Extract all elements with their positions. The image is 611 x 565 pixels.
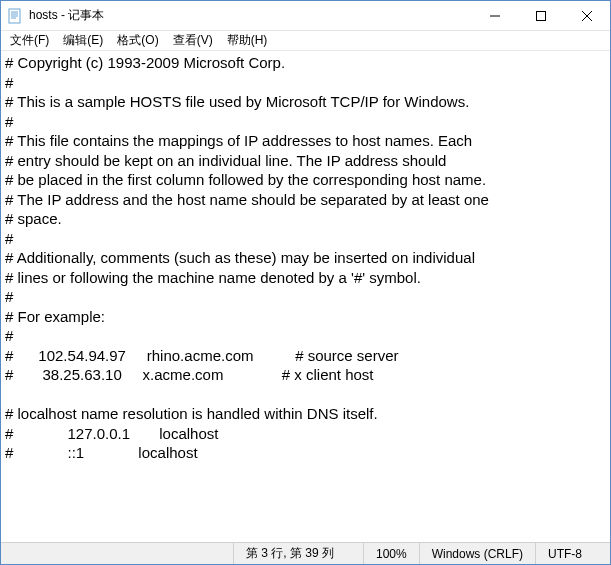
app-icon: [7, 8, 23, 24]
menu-help[interactable]: 帮助(H): [220, 30, 275, 51]
status-lineending: Windows (CRLF): [419, 543, 535, 564]
svg-rect-6: [537, 11, 546, 20]
maximize-button[interactable]: [518, 1, 564, 31]
text-editor-area[interactable]: # Copyright (c) 1993-2009 Microsoft Corp…: [1, 51, 610, 542]
menubar: 文件(F) 编辑(E) 格式(O) 查看(V) 帮助(H): [1, 31, 610, 51]
window-title: hosts - 记事本: [29, 7, 104, 24]
titlebar[interactable]: hosts - 记事本: [1, 1, 610, 31]
status-encoding: UTF-8: [535, 543, 610, 564]
status-cursor: 第 3 行, 第 39 列: [233, 543, 363, 564]
statusbar: 第 3 行, 第 39 列 100% Windows (CRLF) UTF-8: [1, 542, 610, 564]
menu-edit[interactable]: 编辑(E): [56, 30, 110, 51]
menu-view[interactable]: 查看(V): [166, 30, 220, 51]
menu-file[interactable]: 文件(F): [3, 30, 56, 51]
minimize-button[interactable]: [472, 1, 518, 31]
close-button[interactable]: [564, 1, 610, 31]
status-zoom: 100%: [363, 543, 419, 564]
menu-format[interactable]: 格式(O): [110, 30, 165, 51]
